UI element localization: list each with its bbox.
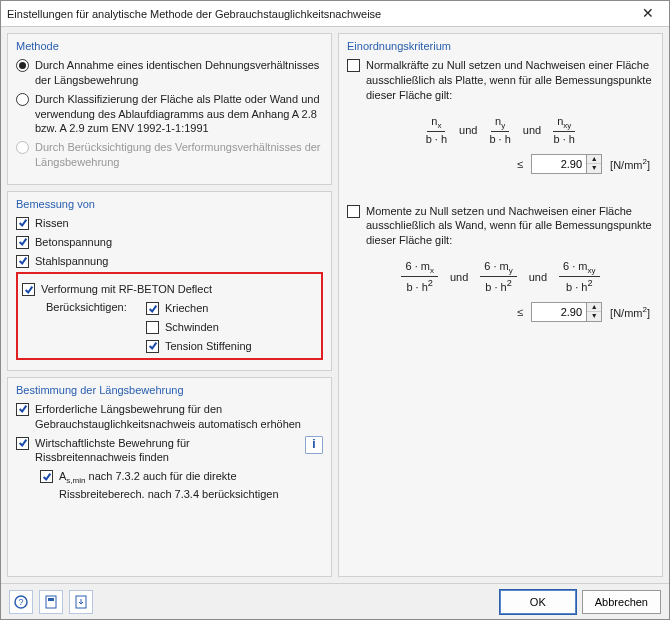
leq-2: ≤ xyxy=(517,306,523,318)
design-group: Bemessung von Rissen Betonspannung Stahl… xyxy=(7,191,332,371)
label-stahlspannung: Stahlspannung xyxy=(35,254,108,269)
cancel-button[interactable]: Abbrechen xyxy=(582,590,661,614)
close-icon[interactable]: ✕ xyxy=(633,4,663,24)
method-radio-1[interactable] xyxy=(16,59,29,72)
method-radio-2[interactable] xyxy=(16,93,29,106)
titlebar: Einstellungen für analytische Methode de… xyxy=(1,1,669,27)
method-legend: Methode xyxy=(16,40,323,52)
check-stahlspannung[interactable] xyxy=(16,255,29,268)
save-defaults-icon[interactable] xyxy=(39,590,63,614)
info-icon[interactable]: i xyxy=(305,436,323,454)
label-tension-stiffening: Tension Stiffening xyxy=(165,339,252,354)
longitudinal-group: Bestimmung der Längsbewehrung Erforderli… xyxy=(7,377,332,577)
method-label-3: Durch Berücksichtigung des Verformungs­v… xyxy=(35,140,323,170)
classification-group: Einordnungskriterium Normalkräfte zu Nul… xyxy=(338,33,663,577)
formula-moments: 6 · mxb · h2 und 6 · myb · h2 und 6 · mx… xyxy=(347,260,654,294)
check-moments[interactable] xyxy=(347,205,360,218)
check-deflect[interactable] xyxy=(22,283,35,296)
ok-button[interactable]: OK xyxy=(500,590,576,614)
method-label-2: Durch Klassifizierung der Fläche als Pla… xyxy=(35,92,323,137)
limit-normal-input[interactable] xyxy=(532,155,586,173)
label-rissen: Rissen xyxy=(35,216,69,231)
spin-up-icon[interactable]: ▲ xyxy=(587,155,601,164)
limit-normal-spinner[interactable]: ▲▼ xyxy=(531,154,602,174)
svg-rect-3 xyxy=(48,598,54,601)
footer: ? OK Abbrechen xyxy=(1,583,669,619)
unit-2: [N/mm2] xyxy=(610,305,650,319)
content-area: Methode Durch Annahme eines identischen … xyxy=(1,27,669,583)
check-auto-increase[interactable] xyxy=(16,403,29,416)
window-title: Einstellungen für analytische Methode de… xyxy=(7,8,633,20)
label-auto-increase: Erforderliche Längsbewehrung für den Geb… xyxy=(35,402,323,432)
longitudinal-legend: Bestimmung der Längsbewehrung xyxy=(16,384,323,396)
check-economical[interactable] xyxy=(16,437,29,450)
leq-1: ≤ xyxy=(517,158,523,170)
check-tension-stiffening[interactable] xyxy=(146,340,159,353)
consider-label: Berücksichtigen: xyxy=(46,301,140,313)
label-asmin: As,min nach 7.3.2 auch für die direkte R… xyxy=(59,469,323,502)
check-betonspannung[interactable] xyxy=(16,236,29,249)
method-radio-3 xyxy=(16,141,29,154)
check-normal-forces[interactable] xyxy=(347,59,360,72)
unit-1: [N/mm2] xyxy=(610,157,650,171)
limit-moment-input[interactable] xyxy=(532,303,586,321)
method-group: Methode Durch Annahme eines identischen … xyxy=(7,33,332,185)
svg-text:?: ? xyxy=(18,597,23,607)
check-kriechen[interactable] xyxy=(146,302,159,315)
check-schwinden[interactable] xyxy=(146,321,159,334)
label-betonspannung: Betonspannung xyxy=(35,235,112,250)
svg-rect-2 xyxy=(46,596,56,608)
label-moments: Momente zu Null setzen und Nachweisen ei… xyxy=(366,204,654,249)
spin-down-icon[interactable]: ▼ xyxy=(587,312,601,321)
label-normal-forces: Normalkräfte zu Null setzen und Nachweis… xyxy=(366,58,654,103)
label-kriechen: Kriechen xyxy=(165,301,208,316)
check-asmin[interactable] xyxy=(40,470,53,483)
label-schwinden: Schwinden xyxy=(165,320,219,335)
load-defaults-icon[interactable] xyxy=(69,590,93,614)
check-rissen[interactable] xyxy=(16,217,29,230)
settings-dialog: Einstellungen für analytische Methode de… xyxy=(0,0,670,620)
help-icon[interactable]: ? xyxy=(9,590,33,614)
label-economical: Wirtschaftlichste Bewehrung für Rissbrei… xyxy=(35,436,293,466)
spin-up-icon[interactable]: ▲ xyxy=(587,303,601,312)
design-legend: Bemessung von xyxy=(16,198,323,210)
deflect-highlight: Verformung mit RF-BETON Deflect Berücksi… xyxy=(16,272,323,359)
classification-legend: Einordnungskriterium xyxy=(347,40,654,52)
label-deflect: Verformung mit RF-BETON Deflect xyxy=(41,282,212,297)
method-label-1: Durch Annahme eines identischen Dehnungs… xyxy=(35,58,323,88)
formula-normal: nxb · h und nyb · h und nxyb · h xyxy=(347,115,654,146)
spin-down-icon[interactable]: ▼ xyxy=(587,164,601,173)
limit-moment-spinner[interactable]: ▲▼ xyxy=(531,302,602,322)
